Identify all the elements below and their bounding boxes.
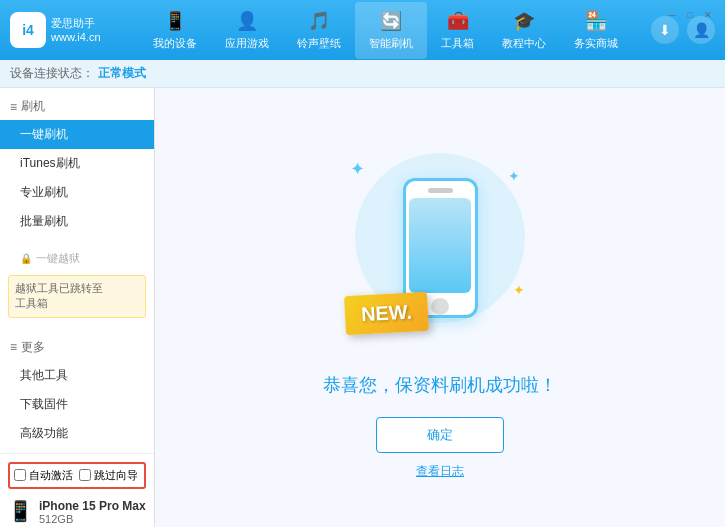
sidebar-item-pro-flash[interactable]: 专业刷机 xyxy=(0,178,154,207)
tab-my-device[interactable]: 📱 我的设备 xyxy=(139,2,211,59)
success-illustration: NEW. ✦ ✦ ✦ xyxy=(340,138,540,358)
tab-tutorial[interactable]: 🎓 教程中心 xyxy=(488,2,560,59)
sidebar-item-one-key-flash[interactable]: 一键刷机 xyxy=(0,120,154,149)
lock-icon: 🔒 xyxy=(20,253,32,264)
sidebar-item-itunes-flash[interactable]: iTunes刷机 xyxy=(0,149,154,178)
device-phone-icon: 📱 xyxy=(8,499,33,523)
sidebar-disabled-jailbreak: 🔒 一键越狱 xyxy=(0,247,154,270)
view-log-button[interactable]: 查看日志 xyxy=(416,463,464,480)
service-icon: 🏪 xyxy=(585,10,607,32)
tab-apps-games[interactable]: 👤 应用游戏 xyxy=(211,2,283,59)
app-logo: i4 爱思助手 www.i4.cn xyxy=(10,12,120,48)
device-storage: 512GB xyxy=(39,513,146,525)
more-section-header: ≡ 更多 xyxy=(0,334,154,361)
more-section: ≡ 更多 其他工具 下载固件 高级功能 xyxy=(0,329,154,453)
phone-home-button xyxy=(431,298,449,315)
new-badge: NEW. xyxy=(344,291,429,334)
connection-status-bar: 设备连接状态： 正常模式 xyxy=(0,60,725,88)
sidebar-item-download-firmware[interactable]: 下载固件 xyxy=(0,390,154,419)
device-info: 📱 iPhone 15 Pro Max 512GB iPhone xyxy=(8,495,146,527)
content-area: NEW. ✦ ✦ ✦ 恭喜您，保资料刷机成功啦！ 确定 查看日志 xyxy=(155,88,725,527)
device-details: iPhone 15 Pro Max 512GB iPhone xyxy=(39,499,146,527)
confirm-button[interactable]: 确定 xyxy=(376,417,504,453)
tab-smart-flash[interactable]: 🔄 智能刷机 xyxy=(355,2,427,59)
smart-flash-icon: 🔄 xyxy=(380,10,402,32)
logo-icon: i4 xyxy=(10,12,46,48)
more-icon: ≡ xyxy=(10,340,17,354)
sidebar-bottom: 自动激活 跳过向导 📱 iPhone 15 Pro Max 512GB iPho… xyxy=(0,453,154,527)
toolbox-icon: 🧰 xyxy=(447,10,469,32)
flash-section-header: ≡ 刷机 xyxy=(0,93,154,120)
skip-guide-input[interactable] xyxy=(79,469,91,481)
close-button[interactable]: ✕ xyxy=(701,8,715,22)
sidebar-item-advanced[interactable]: 高级功能 xyxy=(0,419,154,448)
apps-games-icon: 👤 xyxy=(236,10,258,32)
nav-tabs: 📱 我的设备 👤 应用游戏 🎵 铃声壁纸 🔄 智能刷机 🧰 工具箱 🎓 教程中心… xyxy=(120,2,651,59)
tab-ringtones[interactable]: 🎵 铃声壁纸 xyxy=(283,2,355,59)
sidebar: ≡ 刷机 一键刷机 iTunes刷机 专业刷机 批量刷机 🔒 一键越狱 越狱工具… xyxy=(0,88,155,527)
tutorial-icon: 🎓 xyxy=(513,10,535,32)
window-controls: — □ ✕ xyxy=(665,8,715,22)
device-name: iPhone 15 Pro Max xyxy=(39,499,146,513)
flash-icon: ≡ xyxy=(10,100,17,114)
maximize-button[interactable]: □ xyxy=(683,8,697,22)
phone-screen xyxy=(409,198,471,292)
sidebar-warning-jailbreak: 越狱工具已跳转至工具箱 xyxy=(8,275,146,318)
sparkle-icon-1: ✦ xyxy=(350,158,365,180)
tab-service[interactable]: 🏪 务实商城 xyxy=(560,2,632,59)
auto-activate-input[interactable] xyxy=(14,469,26,481)
ringtones-icon: 🎵 xyxy=(308,10,330,32)
checkbox-row: 自动激活 跳过向导 xyxy=(8,462,146,489)
logo-text: 爱思助手 www.i4.cn xyxy=(51,16,101,45)
sidebar-item-other-tools[interactable]: 其他工具 xyxy=(0,361,154,390)
flash-section: ≡ 刷机 一键刷机 iTunes刷机 专业刷机 批量刷机 xyxy=(0,88,154,241)
minimize-button[interactable]: — xyxy=(665,8,679,22)
auto-activate-checkbox[interactable]: 自动激活 xyxy=(14,468,73,483)
my-device-icon: 📱 xyxy=(164,10,186,32)
app-header: i4 爱思助手 www.i4.cn 📱 我的设备 👤 应用游戏 🎵 铃声壁纸 🔄… xyxy=(0,0,725,60)
sidebar-item-batch-flash[interactable]: 批量刷机 xyxy=(0,207,154,236)
success-message: 恭喜您，保资料刷机成功啦！ xyxy=(323,373,557,397)
sparkle-icon-3: ✦ xyxy=(513,282,525,298)
tab-toolbox[interactable]: 🧰 工具箱 xyxy=(427,2,488,59)
main-layout: ≡ 刷机 一键刷机 iTunes刷机 专业刷机 批量刷机 🔒 一键越狱 越狱工具… xyxy=(0,88,725,527)
skip-guide-checkbox[interactable]: 跳过向导 xyxy=(79,468,138,483)
sparkle-icon-2: ✦ xyxy=(508,168,520,184)
phone-notch xyxy=(428,188,453,194)
